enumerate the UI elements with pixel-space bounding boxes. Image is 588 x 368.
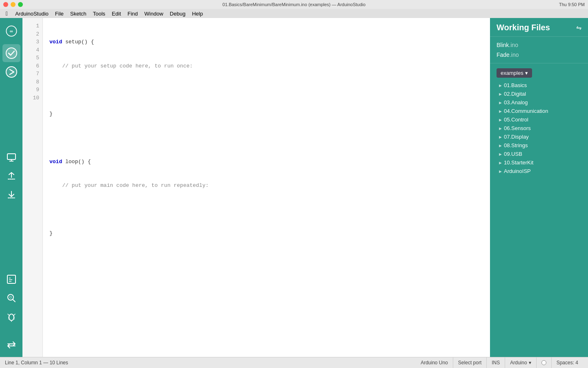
menu-find[interactable]: Find (124, 10, 141, 18)
examples-button[interactable]: examples ▾ (497, 68, 532, 78)
code-content[interactable]: void setup() { // put your setup code he… (43, 18, 490, 357)
verify-button[interactable] (2, 44, 20, 62)
maximize-button[interactable] (18, 2, 23, 7)
menu-window[interactable]: Window (141, 10, 167, 18)
menu-debug[interactable]: Debug (167, 10, 189, 18)
spaces-status: Spaces: 4 (551, 357, 583, 368)
svg-line-18 (14, 314, 15, 315)
download-button[interactable] (2, 186, 20, 204)
chevron-right-icon: ► (498, 135, 501, 139)
tree-item-03analog[interactable]: ►03.Analog (490, 98, 588, 107)
tree-item-04communication[interactable]: ►04.Communication (490, 107, 588, 115)
select-port-button[interactable]: Select port (458, 360, 481, 366)
examples-tree: ►01.Basics ►02.Digital ►03.Analog ►04.Co… (490, 81, 588, 179)
titlebar: 01.Basics/BareMinimum/BareMinimum.ino (e… (0, 0, 588, 9)
serial-monitor-button[interactable] (2, 148, 20, 166)
svg-line-14 (13, 299, 15, 302)
examples-arrow-icon: ▾ (525, 70, 528, 76)
menu-edit[interactable]: Edit (109, 10, 124, 18)
ins-mode-status: INS (486, 357, 505, 368)
svg-point-2 (6, 48, 17, 58)
chevron-right-icon: ► (498, 117, 501, 122)
tree-item-05control[interactable]: ►05.Control (490, 115, 588, 124)
svg-point-15 (9, 296, 11, 298)
menu-file[interactable]: File (52, 10, 67, 18)
examples-section: examples ▾ ►01.Basics ►02.Digital ►03.An… (490, 63, 588, 182)
apple-menu[interactable]:  (2, 9, 12, 18)
board-status: Arduino Uno (416, 357, 453, 368)
app-container: ∞ (0, 18, 588, 357)
menu-tools[interactable]: Tools (90, 10, 109, 18)
tree-item-07display[interactable]: ►07.Display (490, 132, 588, 141)
editor-area: 1 2 3 4 5 6 7 8 9 10 void setup() { // p… (22, 18, 490, 357)
code-editor[interactable]: 1 2 3 4 5 6 7 8 9 10 void setup() { // p… (22, 18, 490, 357)
menu-arduinostudio[interactable]: ArduinoStudio (12, 10, 52, 18)
window-title: 01.Basics/BareMinimum/BareMinimum.ino (e… (223, 2, 365, 7)
edit-mode-label: INS (492, 360, 500, 366)
chevron-right-icon: ► (498, 109, 501, 114)
chevron-right-icon: ► (498, 92, 501, 96)
board-label: Arduino Uno (421, 360, 448, 366)
status-cursor-info: Line 1, Column 1 — 10 Lines (5, 360, 416, 366)
system-time: Thu 9:50 PM (559, 2, 585, 7)
examples-label: examples (501, 70, 523, 76)
tree-item-01basics[interactable]: ►01.Basics (490, 81, 588, 90)
right-sidebar: Working Files ⇋ Blink.ino Fade.ino examp… (490, 18, 588, 357)
language-dropdown[interactable]: Arduino ▾ (510, 360, 531, 366)
file-name-blink: Blink (497, 42, 509, 48)
cursor-position: Line 1, Column 1 (5, 360, 42, 366)
debug-button[interactable] (2, 308, 20, 326)
chevron-right-icon: ► (498, 160, 501, 165)
indicator-status (536, 357, 551, 368)
spaces-label: Spaces: 4 (557, 360, 578, 366)
chevron-right-icon: ► (498, 169, 501, 174)
cursor-separator: — (43, 360, 49, 366)
status-indicator (541, 360, 546, 365)
working-files-title: Working Files (497, 23, 550, 32)
svg-point-16 (9, 314, 14, 321)
language-status[interactable]: Arduino ▾ (505, 357, 536, 368)
file-item-blink[interactable]: Blink.ino (490, 40, 588, 50)
status-right: Arduino Uno Select port INS Arduino ▾ Sp… (416, 357, 583, 368)
minimize-button[interactable] (11, 2, 16, 7)
tree-item-arduinoisp[interactable]: ►ArduinoISP (490, 167, 588, 175)
serial-plotter-button[interactable] (2, 270, 20, 288)
svg-rect-4 (7, 154, 16, 159)
svg-point-3 (6, 67, 17, 77)
working-files-header: Working Files ⇋ (490, 18, 588, 37)
tree-item-08strings[interactable]: ►08.Strings (490, 141, 588, 150)
svg-text:∞: ∞ (10, 29, 13, 34)
tree-item-06sensors[interactable]: ►06.Sensors (490, 124, 588, 132)
select-port-status[interactable]: Select port (453, 357, 486, 368)
chevron-right-icon: ► (498, 143, 501, 148)
chevron-right-icon: ► (498, 152, 501, 157)
language-label: Arduino (510, 360, 527, 366)
menubar:  ArduinoStudio File Sketch Tools Edit F… (0, 9, 588, 18)
tree-item-10starterkit[interactable]: ►10.StarterKit (490, 158, 588, 167)
upload-from-programmer-button[interactable] (2, 167, 20, 185)
statusbar: Line 1, Column 1 — 10 Lines Arduino Uno … (0, 357, 588, 368)
left-toolbar: ∞ (0, 18, 22, 357)
search-button[interactable] (2, 289, 20, 307)
logo-button[interactable]: ∞ (2, 22, 20, 40)
chevron-right-icon: ► (498, 126, 501, 131)
tree-item-02digital[interactable]: ►02.Digital (490, 90, 588, 98)
line-count: 10 Lines (49, 360, 68, 366)
file-item-fade[interactable]: Fade.ino (490, 50, 588, 60)
file-name-fade: Fade (497, 52, 510, 58)
file-list: Blink.ino Fade.ino (490, 37, 588, 63)
close-button[interactable] (3, 2, 8, 7)
svg-line-17 (8, 314, 9, 315)
menu-sketch[interactable]: Sketch (67, 10, 90, 18)
dropdown-arrow-icon: ▾ (529, 360, 531, 366)
chevron-right-icon: ► (498, 100, 501, 105)
menu-help[interactable]: Help (189, 10, 206, 18)
upload-button[interactable] (2, 63, 20, 81)
transfer-button[interactable] (2, 336, 20, 354)
line-numbers: 1 2 3 4 5 6 7 8 9 10 (22, 18, 43, 357)
collapse-icon[interactable]: ⇋ (576, 24, 581, 31)
chevron-right-icon: ► (498, 83, 501, 88)
svg-rect-9 (7, 275, 16, 283)
tree-item-09usb[interactable]: ►09.USB (490, 150, 588, 158)
